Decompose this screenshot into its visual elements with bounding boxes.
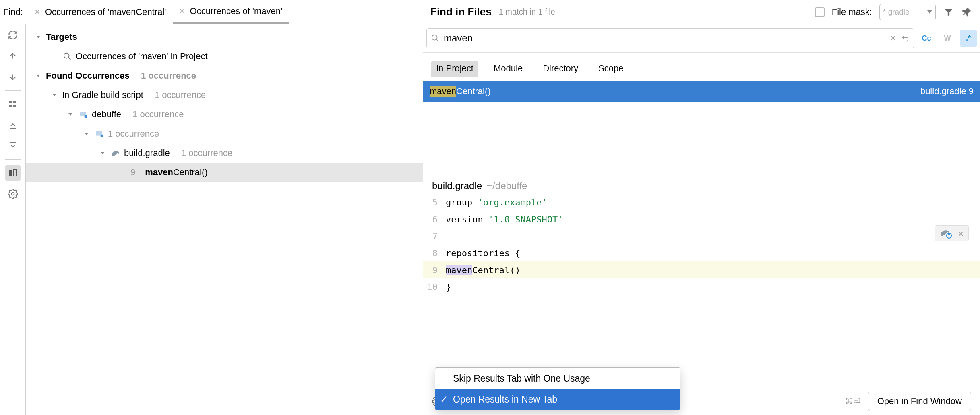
case-sensitive-toggle[interactable]: Cc — [918, 30, 935, 47]
search-input-wrap[interactable]: ✕ — [426, 28, 914, 48]
line-number: 9 — [130, 167, 135, 178]
svg-rect-5 — [13, 170, 17, 176]
clear-icon[interactable]: ✕ — [890, 33, 897, 43]
svg-rect-11 — [101, 135, 103, 137]
preview-toggle-icon[interactable] — [5, 165, 21, 181]
svg-point-6 — [11, 193, 14, 195]
check-icon: ✓ — [440, 394, 448, 405]
chevron-down-icon[interactable] — [50, 91, 59, 100]
scope-module[interactable]: Module — [489, 61, 527, 77]
chevron-down-icon — [927, 10, 932, 14]
chevron-down-icon[interactable] — [82, 129, 91, 138]
settings-icon[interactable] — [5, 186, 21, 201]
menu-skip-results-tab[interactable]: Skip Results Tab with One Usage — [435, 368, 680, 389]
close-icon[interactable]: ✕ — [958, 228, 963, 239]
preview-path: ~/debuffe — [487, 180, 527, 191]
count-label: 1 occurrence — [181, 148, 232, 158]
tree-label: Targets — [46, 32, 77, 42]
in-script-node[interactable]: In Gradle build script 1 occurrence — [26, 85, 423, 105]
line-number: 8 — [423, 248, 446, 258]
line-number: 10 — [423, 282, 446, 292]
result-match: maven — [430, 86, 456, 97]
filter-icon[interactable] — [943, 6, 954, 18]
scope-tabs: In Project Module Directory Scope — [423, 53, 980, 81]
keyboard-shortcut: ⌘⏎ — [845, 396, 861, 406]
menu-label: Open Results in New Tab — [453, 394, 557, 405]
found-occurrences-node[interactable]: Found Occurrences 1 occurrence — [26, 66, 423, 85]
gradle-reload-icon[interactable] — [940, 228, 952, 239]
targets-node[interactable]: Targets — [26, 27, 423, 47]
whole-words-toggle[interactable]: W — [939, 30, 956, 47]
file-mask-checkbox[interactable] — [815, 7, 825, 17]
gradle-sync-chip[interactable]: ✕ — [935, 225, 969, 241]
folder-icon — [94, 129, 105, 139]
tree-label: Occurrences of 'maven' in Project — [76, 51, 208, 62]
file-mask-combo[interactable]: *.gradle — [879, 4, 936, 20]
menu-open-results-new-tab[interactable]: ✓ Open Results in New Tab — [435, 389, 680, 410]
pin-icon[interactable] — [961, 6, 973, 18]
line-number: 6 — [423, 214, 446, 224]
regex-toggle[interactable]: .* — [960, 30, 977, 47]
close-icon[interactable]: ✕ — [179, 7, 185, 16]
tab-label: Occurrences of 'mavenCentral' — [45, 7, 166, 17]
group-icon[interactable] — [5, 96, 21, 112]
dialog-header: Find in Files 1 match in 1 file File mas… — [423, 0, 980, 24]
folder-node[interactable]: 1 occurrence — [26, 124, 423, 143]
count-label: 1 occurrence — [141, 71, 196, 81]
svg-rect-1 — [13, 101, 16, 103]
search-icon — [431, 34, 440, 43]
preview-file: build.gradle — [432, 180, 482, 191]
preview-header: build.gradle ~/debuffe — [423, 174, 980, 194]
code-preview[interactable]: 5group 'org.example' 6version '1.0-SNAPS… — [423, 194, 980, 295]
expand-all-icon[interactable] — [5, 117, 21, 133]
menu-label: Skip Results Tab with One Usage — [453, 373, 590, 384]
refresh-icon[interactable] — [5, 27, 21, 43]
tree-label: Found Occurrences — [46, 71, 130, 81]
count-label: 1 occurrence — [155, 90, 206, 100]
preview-area: build.gradle ~/debuffe 5group 'org.examp… — [423, 102, 980, 387]
result-file: build.gradle 9 — [920, 86, 974, 97]
usage-rest: Central() — [173, 167, 208, 177]
svg-rect-9 — [85, 115, 87, 118]
scope-directory[interactable]: Directory — [538, 61, 583, 77]
chevron-down-icon[interactable] — [34, 71, 43, 80]
arrow-up-icon[interactable] — [5, 48, 21, 64]
chevron-down-icon[interactable] — [34, 33, 43, 42]
close-icon[interactable]: ✕ — [34, 8, 40, 17]
arrow-down-icon[interactable] — [5, 69, 21, 85]
svg-rect-4 — [9, 170, 12, 176]
collapse-all-icon[interactable] — [5, 138, 21, 154]
search-input[interactable] — [444, 33, 886, 44]
search-row: ✕ Cc W .* — [423, 24, 980, 53]
usage-match: maven — [145, 167, 173, 177]
module-node[interactable]: debuffe 1 occurrence — [26, 105, 423, 124]
results-tree: Targets Occurrences of 'maven' in Projec… — [26, 24, 423, 415]
svg-rect-0 — [9, 101, 12, 103]
file-node[interactable]: build.gradle 1 occurrence — [26, 143, 423, 163]
find-tab-maven[interactable]: ✕ Occurrences of 'maven' — [173, 0, 289, 24]
find-tab-mavenCentral[interactable]: ✕ Occurrences of 'mavenCentral' — [28, 0, 173, 24]
line-number: 5 — [423, 197, 446, 208]
search-desc-node[interactable]: Occurrences of 'maven' in Project — [26, 47, 423, 66]
find-label: Find: — [0, 7, 28, 17]
find-toolbar — [0, 24, 26, 415]
svg-rect-2 — [9, 105, 12, 107]
svg-rect-3 — [13, 105, 16, 107]
code-highlight: maven — [446, 265, 472, 275]
count-label: 1 occurrence — [132, 109, 184, 120]
scope-in-project[interactable]: In Project — [431, 61, 478, 77]
scope-scope[interactable]: Scope — [593, 61, 628, 77]
search-result-row[interactable]: mavenCentral() build.gradle 9 — [423, 81, 980, 102]
find-in-files-dialog: Find in Files 1 match in 1 file File mas… — [423, 0, 980, 415]
tree-label: build.gradle — [124, 148, 170, 158]
dialog-title: Find in Files — [430, 6, 492, 18]
open-in-find-window-button[interactable]: Open in Find Window — [868, 392, 971, 411]
history-icon[interactable] — [901, 34, 910, 43]
chevron-down-icon[interactable] — [66, 110, 75, 119]
search-icon — [62, 51, 72, 62]
usage-row[interactable]: 9 mavenCentral() — [26, 163, 423, 182]
chevron-down-icon[interactable] — [98, 149, 107, 158]
match-count: 1 match in 1 file — [499, 7, 555, 17]
svg-point-7 — [64, 53, 69, 58]
module-icon — [78, 109, 89, 120]
